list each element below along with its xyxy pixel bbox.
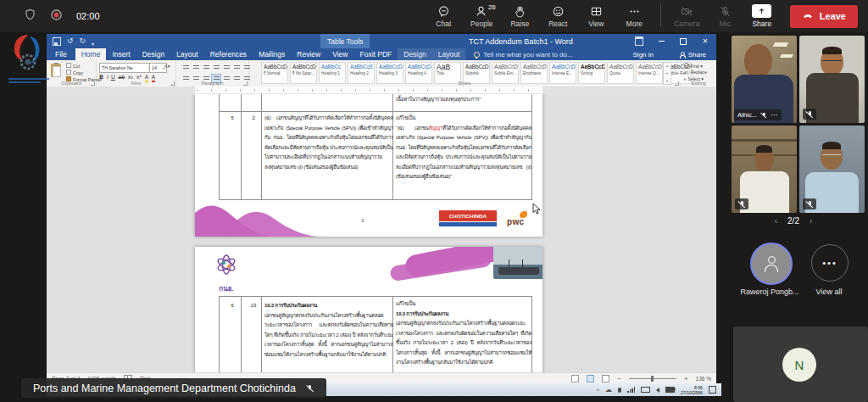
redo-icon[interactable]: ↻	[80, 36, 86, 49]
ribbon-tab[interactable]: View	[326, 48, 353, 60]
camera-off-icon	[681, 5, 693, 18]
ribbon-tab[interactable]: Design	[136, 48, 170, 60]
document-page-4: กนอ. 6	[195, 247, 542, 373]
action-center-icon[interactable]	[709, 386, 716, 394]
decrease-indent-button[interactable]	[211, 63, 221, 72]
ribbon-tab[interactable]: Mailings	[253, 48, 291, 60]
change-case-button[interactable]: A▾	[164, 64, 170, 69]
paragraph-dialog-launcher[interactable]	[243, 81, 248, 86]
document-canvas[interactable]: เนื้อหาในร่างสัญญาร่วมลงทุนทุกประการ” 5 …	[47, 94, 716, 373]
superscript-button[interactable]: x²	[136, 74, 142, 81]
ribbon-tab[interactable]: Foxit PDF	[353, 48, 398, 60]
subscript-button[interactable]: x₂	[128, 74, 133, 81]
strikethrough-button[interactable]: ab	[118, 74, 125, 81]
font-name-combobox[interactable]: TH Sarabun Ne▾	[99, 63, 153, 73]
network-icon[interactable]	[627, 387, 635, 393]
ribbon-tab[interactable]: Layout	[170, 48, 204, 60]
font-dialog-launcher[interactable]	[170, 81, 175, 86]
restore-button[interactable]	[672, 34, 694, 48]
hangup-icon	[802, 9, 814, 23]
leave-button[interactable]: Leave	[790, 5, 858, 28]
multilevel-list-button[interactable]	[201, 63, 211, 72]
react-button[interactable]: React	[539, 5, 577, 28]
participant-video	[821, 143, 843, 170]
find-button[interactable]: Find ▾	[684, 63, 707, 70]
table-cell: เนื้อหาในร่างสัญญาร่วมลงทุนทุกประการ”	[393, 94, 534, 113]
video-tile-athic[interactable]: Athic... ⋯	[732, 36, 797, 123]
mic-off-icon	[719, 5, 732, 18]
paragraph-group: Paragraph	[176, 60, 249, 87]
chevron-right-icon[interactable]: ›	[810, 216, 812, 226]
word-window: ↺ ↻ ▾ Table Tools TCT Addendum Batch1 - …	[47, 34, 716, 383]
camera-button-disabled[interactable]: Camera	[668, 5, 706, 28]
battery-icon[interactable]	[665, 387, 675, 393]
more-icon	[628, 5, 641, 18]
sort-button[interactable]	[231, 63, 242, 72]
share-screen-button[interactable]: Share	[744, 4, 780, 28]
zoom-out-button[interactable]: −	[617, 375, 621, 382]
tray-mic-icon[interactable]	[618, 388, 621, 393]
tile-more-icon[interactable]: ⋯	[771, 113, 778, 118]
print-layout-button[interactable]	[587, 375, 594, 382]
video-tile[interactable]	[799, 36, 865, 123]
numbering-button[interactable]	[191, 63, 201, 72]
view-button[interactable]: View	[577, 5, 615, 28]
onedrive-icon[interactable]: ☁	[605, 387, 612, 394]
presenter-name-overlay: Ports and Marine Management Department C…	[21, 378, 326, 398]
zoom-slider[interactable]	[629, 378, 676, 379]
pager-count: 2/2	[787, 216, 799, 226]
close-button[interactable]: ×	[694, 34, 716, 48]
undo-icon[interactable]: ↺	[67, 36, 74, 49]
word-share-button[interactable]: Share	[680, 48, 706, 60]
bullets-button[interactable]	[181, 63, 191, 72]
participant-count-badge: 26	[488, 3, 496, 11]
video-tile[interactable]	[732, 126, 797, 213]
web-layout-button[interactable]	[602, 375, 609, 382]
table-tools-tab[interactable]: Layout	[432, 48, 466, 60]
zoom-in-button[interactable]: +	[684, 375, 688, 382]
underline-button[interactable]: U	[111, 74, 115, 81]
chat-button[interactable]: Chat	[425, 5, 463, 28]
zoom-level[interactable]: 136 %	[696, 376, 711, 382]
page-number: 3	[361, 218, 364, 223]
table-tools-label: Table Tools	[320, 34, 370, 48]
mic-off-badge	[803, 198, 816, 209]
ribbon-display-options-button[interactable]	[628, 34, 650, 48]
ribbon-tab[interactable]: Review	[291, 48, 326, 60]
share-screen-icon	[752, 4, 771, 18]
clock[interactable]: 8:56 27/10/2566	[681, 385, 703, 395]
video-tile[interactable]	[799, 126, 865, 213]
quick-access-toolbar: ↺ ↻ ▾	[53, 36, 94, 49]
bold-button[interactable]: B	[99, 74, 103, 81]
people-button[interactable]: 26 People	[463, 5, 501, 28]
touch-keyboard-icon[interactable]	[641, 387, 650, 393]
mic-off-badge	[803, 109, 816, 120]
minimize-button[interactable]	[650, 34, 672, 48]
avatar: N	[782, 348, 816, 382]
ribbon-tab[interactable]: Insert	[106, 48, 136, 60]
mic-button-disabled[interactable]: Mic	[706, 5, 744, 28]
video-pager: ‹ 2/2 ›	[719, 216, 868, 226]
ribbon-tab[interactable]: References	[204, 48, 253, 60]
header-wave-graphic	[390, 247, 542, 284]
speaker-avatar[interactable]	[750, 243, 793, 285]
styles-dialog-launcher[interactable]	[675, 81, 679, 86]
tray-expand-icon[interactable]: ˄	[597, 388, 600, 393]
tell-me-box[interactable]: Tell me what you want to do...	[474, 51, 572, 59]
view-all-button[interactable]: •••	[811, 244, 849, 282]
read-mode-button[interactable]	[571, 375, 579, 382]
raise-hand-button[interactable]: Raise	[501, 5, 539, 28]
ribbon: Cut Copy Format Painter Clipboard TH Sar…	[47, 60, 716, 87]
shared-screen: ↺ ↻ ▾ Table Tools TCT Addendum Batch1 - …	[0, 32, 719, 402]
speaker-icon[interactable]	[656, 388, 659, 393]
replace-button[interactable]: ab Replace	[684, 70, 707, 76]
table-tools-tab[interactable]: Design	[398, 48, 431, 60]
ribbon-tab[interactable]: Home	[75, 48, 107, 60]
video-tile-n[interactable]: N	[733, 327, 868, 402]
chevron-left-icon[interactable]: ‹	[775, 216, 777, 226]
more-button[interactable]: More	[615, 5, 654, 28]
italic-button[interactable]: I	[106, 74, 108, 81]
sign-in-link[interactable]: Sign in	[633, 48, 654, 60]
clipboard-dialog-launcher[interactable]	[91, 81, 95, 86]
increase-indent-button[interactable]	[221, 63, 231, 72]
